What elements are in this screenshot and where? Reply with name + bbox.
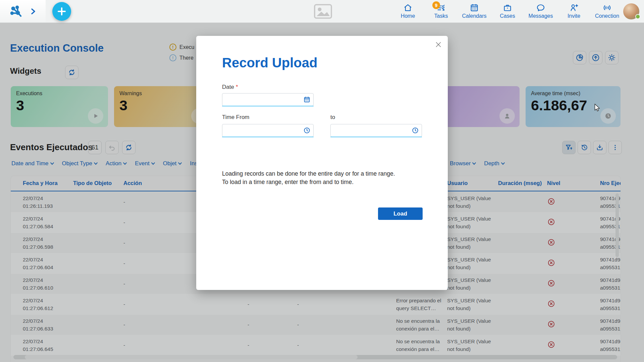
nav-conection[interactable]: Conection [595,2,619,19]
nav-cases[interactable]: Cases [495,2,520,19]
nav-messages[interactable]: Messages [529,2,553,19]
nav-calendars[interactable]: Calendars [462,2,486,19]
nav-tasks[interactable]: 9 Tasks [429,2,453,19]
calendars-icon [470,3,479,12]
topbar: Home 9 Tasks Calendars Cases [0,0,644,23]
modal-title: Record Upload [222,55,317,70]
top-navigation: Home 9 Tasks Calendars Cases [396,2,619,21]
create-new-button[interactable] [52,2,71,21]
help-line-2: To load in a time range, enter the from … [222,178,395,186]
record-upload-modal: Record Upload Date* Time From to Loading… [196,36,448,290]
modal-close-button[interactable] [434,40,443,49]
nav-invite[interactable]: Invite [562,2,586,19]
nav-home[interactable]: Home [396,2,420,19]
nav-home-label: Home [401,13,415,19]
conection-icon [602,3,612,12]
modal-help-text: Loading records can be done for the enti… [222,170,395,186]
nav-calendars-label: Calendars [462,13,487,19]
mouse-cursor [593,103,602,113]
nav-cases-label: Cases [500,13,515,19]
plus-icon [57,7,66,16]
nav-invite-label: Invite [568,13,580,19]
online-status-dot [635,14,640,19]
load-button[interactable]: Load [378,207,423,220]
time-to-input[interactable] [333,124,407,136]
time-from-label: Time From [222,114,250,121]
date-input[interactable] [225,94,299,106]
cases-icon [503,3,512,12]
nav-messages-label: Messages [529,13,553,19]
date-label: Date* [222,84,238,90]
clock-picker-icon[interactable] [412,127,419,135]
home-icon [403,3,413,12]
brand-image-placeholder [314,4,332,19]
nav-conection-label: Conection [595,13,619,19]
invite-icon [569,3,579,12]
close-icon [435,41,442,48]
time-from-field[interactable] [222,124,314,137]
expand-chevron-icon[interactable] [31,8,36,14]
required-asterisk: * [236,84,238,90]
calendar-picker-icon[interactable] [303,96,311,105]
time-from-input[interactable] [225,124,299,136]
nav-tasks-label: Tasks [434,13,448,19]
tasks-badge: 9 [432,1,440,9]
clock-picker-icon[interactable] [303,127,311,135]
time-to-label: to [330,114,335,121]
app-logo-icon [9,4,23,18]
app-logo-button[interactable] [0,0,46,22]
date-field[interactable] [222,93,314,106]
user-avatar[interactable] [623,3,639,19]
time-to-field[interactable] [330,124,422,137]
help-line-1: Loading records can be done for the enti… [222,170,395,178]
messages-icon [536,3,545,12]
